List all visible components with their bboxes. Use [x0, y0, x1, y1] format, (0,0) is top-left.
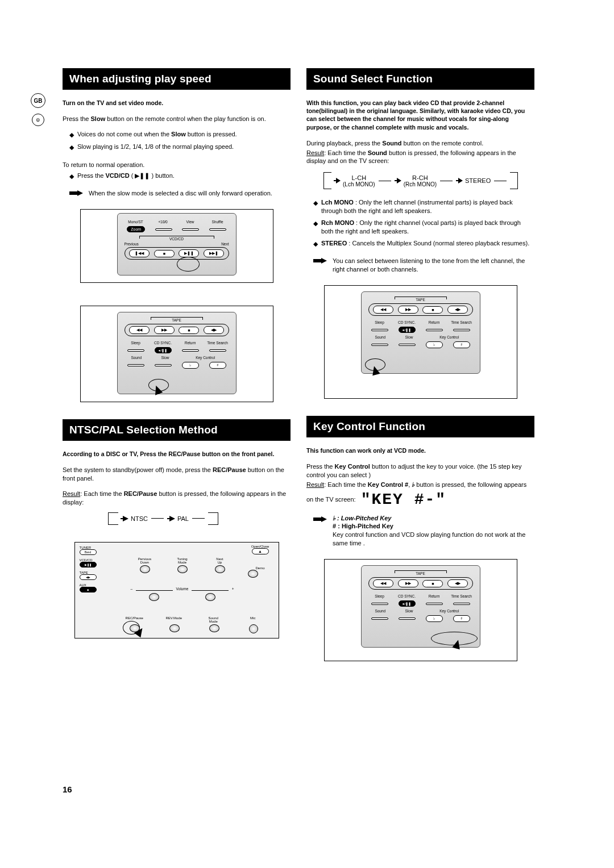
vol-up-button[interactable]	[205, 593, 215, 601]
zoom-button[interactable]: Zoom	[127, 226, 145, 232]
tape-ff-button[interactable]: ▶▶	[154, 326, 175, 334]
prev-track-button[interactable]: ❚◀◀	[129, 249, 150, 257]
sleep-button[interactable]	[371, 329, 388, 331]
slow-button[interactable]	[399, 617, 416, 620]
tape-rew-button[interactable]: ◀◀	[373, 306, 393, 314]
cdsync-button[interactable]: ●/❚❚	[399, 600, 416, 607]
return-button[interactable]	[426, 329, 443, 331]
sleep-button[interactable]	[127, 349, 144, 352]
key-result: Result: Each time the Key Control #, ♭ b…	[306, 481, 534, 511]
ntsc-pal-cycle: NTSC PAL	[108, 512, 291, 525]
sound-button[interactable]	[371, 344, 388, 346]
remote-diagram-key-control: TAPE ◀◀ ▶▶ ■ ◀▶ SleepCD SYNC.ReturnTime …	[324, 559, 517, 661]
svg-marker-0	[69, 190, 83, 196]
aux-panel-button[interactable]: ■	[80, 587, 97, 592]
right-column: Sound Select Function With this function…	[306, 68, 534, 678]
vol-down-button[interactable]	[149, 593, 159, 601]
vcdcd-panel-button[interactable]: ▶❚❚	[80, 562, 97, 567]
tape-panel-button[interactable]: ◀▶	[80, 574, 97, 580]
play-speed-p1: Press the Slow button on the remote cont…	[63, 115, 291, 123]
tape-ff-button[interactable]: ▶▶	[398, 306, 418, 314]
svg-marker-5	[456, 178, 463, 183]
svg-marker-1	[121, 516, 128, 521]
remote-diagram-tape-slow: TAPE ◀◀ ▶▶ ■ ◀▶ Sleep CD SYNC. Return Ti…	[80, 306, 273, 402]
left-column: When adjusting play speed Turn on the TV…	[63, 68, 291, 678]
shuffle-button[interactable]	[209, 228, 226, 231]
diamond-icon: ◆	[313, 219, 318, 228]
pointer-arrow-icon	[370, 365, 380, 375]
pointer-arrow-icon	[452, 639, 462, 649]
diamond-icon: ◆	[313, 240, 318, 248]
key-p1: Press the Key Control button to adjust t…	[306, 462, 534, 479]
ntsc-p1: Set the system to standby(power off) mod…	[63, 466, 291, 483]
plus10-button[interactable]	[155, 228, 172, 231]
note-slow-forward: When the slow mode is selected a disc wi…	[69, 189, 291, 198]
tape-stop-button[interactable]: ■	[179, 327, 199, 334]
key-flat-button[interactable]: ♭	[426, 615, 443, 622]
tape-ff-button[interactable]: ▶▶	[398, 579, 418, 587]
mic-jack[interactable]	[249, 624, 258, 633]
lcd-display-text: "KEY #-"	[361, 489, 446, 511]
next-track-button[interactable]: ▶▶❚	[204, 249, 224, 257]
heading-key-control: Key Control Function	[306, 416, 534, 437]
tape-dir-button[interactable]: ◀▶	[447, 579, 468, 587]
prev-panel-button[interactable]	[140, 565, 150, 573]
view-button[interactable]	[182, 228, 199, 231]
tape-rew-button[interactable]: ◀◀	[129, 326, 150, 334]
slow-button[interactable]	[399, 344, 416, 346]
sound-button[interactable]	[127, 364, 144, 366]
intro-sound-select: With this function, you can play back vi…	[306, 99, 534, 131]
remote-diagram-vcdcd: Mono/ST +10/0 View Shuffle Zoom VCD/CD P…	[80, 209, 273, 283]
slow-button[interactable]	[155, 364, 172, 366]
note-sound-select: You can select between listening to the …	[313, 257, 534, 274]
svg-marker-6	[313, 258, 327, 264]
key-sharp-button[interactable]: ♯	[453, 341, 470, 348]
front-panel-diagram: TUNERBand VCD/CD▶❚❚ TAPE◀▶ AUX■ Open/Clo…	[74, 542, 279, 639]
bullet-lch-mono: ◆ Lch MONO : Only the left channel (inst…	[313, 198, 534, 215]
sleep-button[interactable]	[371, 603, 388, 605]
tape-dir-button[interactable]: ◀▶	[204, 326, 224, 334]
key-sharp-button[interactable]: ♯	[209, 362, 226, 369]
svg-marker-3	[334, 178, 341, 183]
language-badge: GB	[31, 93, 45, 108]
return-button[interactable]	[182, 349, 199, 352]
tape-label: TAPE	[395, 570, 447, 575]
tape-stop-button[interactable]: ■	[422, 580, 443, 587]
key-sharp-button[interactable]: ♯	[453, 615, 470, 622]
demo-button[interactable]	[248, 570, 258, 578]
svg-marker-4	[395, 178, 401, 183]
return-button[interactable]	[426, 603, 443, 605]
tuning-panel-button[interactable]	[177, 565, 188, 573]
play-pause-button[interactable]: ▶❚❚	[179, 249, 199, 257]
tape-label: TAPE	[151, 317, 203, 322]
key-flat-button[interactable]: ♭	[426, 341, 443, 348]
tape-dir-button[interactable]: ◀▶	[447, 306, 468, 314]
bullet-stereo: ◆ STEREO : Cancels the Multiplex Sound (…	[313, 239, 534, 248]
sound-button[interactable]	[371, 617, 388, 620]
tape-label: TAPE	[395, 297, 447, 302]
key-flat-button[interactable]: ♭	[182, 362, 199, 369]
sound-mode-button[interactable]	[209, 624, 219, 632]
language-tab: GB ⊚	[28, 93, 48, 126]
cdsync-button[interactable]: ●/❚❚	[399, 327, 416, 333]
heading-ntsc-pal: NTSC/PAL Selection Method	[63, 419, 291, 441]
open-close-button[interactable]: ▲	[252, 548, 269, 554]
tape-rew-button[interactable]: ◀◀	[373, 579, 393, 587]
timesearch-button[interactable]	[209, 349, 226, 352]
next-panel-button[interactable]	[215, 565, 225, 573]
sound-result: Result: Each time the Sound button is pr…	[306, 149, 534, 166]
bullet-slow-speed: ◆ Slow playing is 1/2, 1/4, 1/8 of the n…	[69, 143, 291, 152]
svg-marker-2	[167, 516, 175, 521]
diamond-icon: ◆	[313, 199, 318, 207]
tuner-button[interactable]: Band	[80, 549, 97, 555]
stop-button[interactable]: ■	[154, 250, 175, 257]
cdsync-button[interactable]: ●/❚❚	[155, 347, 172, 353]
timesearch-button[interactable]	[453, 329, 470, 331]
sound-p1: During playback, press the Sound button …	[306, 139, 534, 148]
rev-mode-button[interactable]	[169, 624, 180, 632]
timesearch-button[interactable]	[453, 603, 470, 605]
svg-marker-7	[313, 516, 327, 522]
tape-stop-button[interactable]: ■	[422, 306, 443, 314]
vcdcd-label: VCD/CD	[139, 236, 214, 241]
intro-key-control: This function can work only at VCD mode.	[306, 446, 534, 454]
